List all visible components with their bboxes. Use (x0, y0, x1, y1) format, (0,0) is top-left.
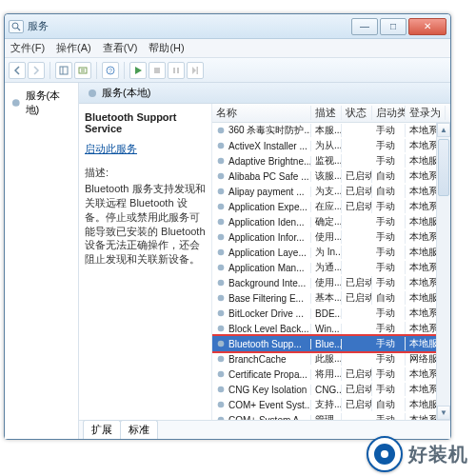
row-startup: 手动 (372, 413, 406, 420)
service-row[interactable]: Application Expe...在应...已启动手动本地系统 (212, 199, 436, 214)
row-name: 360 杀毒实时防护... (228, 124, 311, 137)
row-desc: 确定... (311, 215, 342, 228)
row-name: Bluetooth Supp... (228, 339, 302, 349)
svg-rect-10 (197, 67, 199, 74)
row-startup: 手动 (372, 307, 406, 320)
column-headers: 名称 描述 状态 启动类型 登录为 (212, 104, 450, 123)
stop-service-button[interactable] (149, 62, 166, 79)
row-logon: 本地系统 (406, 413, 436, 420)
export-button[interactable] (74, 62, 91, 79)
service-row[interactable]: Application Infor...使用...手动本地系统 (212, 229, 436, 245)
restart-service-button[interactable] (187, 62, 204, 79)
service-row[interactable]: BranchCache此服...手动网络服务 (212, 351, 436, 367)
description-text: Bluetooth 服务支持发现和关联远程 Bluetooth 设备。停止或禁用… (85, 182, 206, 267)
row-startup: 手动 (372, 154, 406, 168)
column-startup[interactable]: 启动类型 (372, 106, 406, 120)
service-row[interactable]: BitLocker Drive ...BDE...手动本地系统 (212, 306, 436, 321)
row-status: 已启动 (342, 185, 372, 198)
service-row[interactable]: COM+ System A...管理...手动本地系统 (212, 412, 436, 420)
service-row[interactable]: Application Laye...为 In...手动本地服务 (212, 245, 436, 260)
service-row[interactable]: Application Man...为通...手动本地系统 (212, 260, 436, 275)
service-row[interactable]: Alibaba PC Safe ...该服...已启动自动本地系统 (212, 169, 436, 184)
svg-point-30 (220, 236, 223, 239)
service-row[interactable]: 360 杀毒实时防护...本服...手动本地系统 (212, 123, 436, 138)
row-logon: 本地系统 (406, 322, 436, 335)
row-desc: 为 In... (311, 246, 342, 259)
services-rows: 360 杀毒实时防护...本服...手动本地系统ActiveX Installe… (212, 123, 436, 420)
gear-icon (216, 324, 226, 333)
menu-file[interactable]: 文件(F) (10, 41, 45, 55)
help-button[interactable]: ? (102, 62, 119, 79)
search-icon[interactable] (9, 20, 24, 33)
back-button[interactable] (9, 62, 26, 79)
menu-help[interactable]: 帮助(H) (149, 41, 184, 55)
row-status: 已启动 (342, 169, 372, 183)
row-logon: 本地系统 (406, 307, 436, 320)
svg-point-32 (220, 251, 223, 254)
scroll-up-button[interactable]: ▲ (437, 123, 450, 137)
svg-point-26 (220, 206, 223, 208)
column-status[interactable]: 状态 (342, 106, 372, 120)
services-list-pane: 名称 描述 状态 启动类型 登录为 360 杀毒实时防护...本服...手动本地… (212, 104, 450, 420)
menu-action[interactable]: 操作(A) (56, 41, 91, 55)
gear-icon (216, 263, 226, 272)
service-row[interactable]: Certificate Propa...将用...已启动手动本地系统 (212, 367, 436, 382)
gear-icon (216, 278, 226, 288)
gear-icon (216, 187, 226, 196)
service-row[interactable]: Application Iden...确定...手动本地服务 (212, 214, 436, 229)
row-startup: 手动 (372, 337, 406, 350)
service-row[interactable]: Block Level Back...Win...手动本地系统 (212, 321, 436, 336)
tree-pane: 服务(本地) (5, 83, 79, 439)
start-service-link[interactable]: 启动此服务 (85, 142, 137, 156)
tab-extended[interactable]: 扩展 (83, 420, 121, 439)
svg-point-12 (14, 102, 17, 105)
row-logon: 本地服务 (406, 337, 436, 350)
service-row[interactable]: Base Filtering E...基本...已启动自动本地服务 (212, 290, 436, 306)
row-status: 已启动 (342, 383, 372, 396)
service-row[interactable]: CNG Key IsolationCNG...已启动手动本地系统 (212, 382, 436, 397)
description-pane: Bluetooth Support Service 启动此服务 描述: Blue… (79, 104, 212, 420)
minimize-button[interactable]: — (351, 18, 378, 35)
show-hide-tree-button[interactable] (55, 62, 72, 79)
service-row[interactable]: ActiveX Installer ...为从...手动本地系统 (212, 138, 436, 153)
forward-button[interactable] (28, 62, 45, 79)
service-row[interactable]: COM+ Event Syst...支持...已启动自动本地服务 (212, 397, 436, 412)
scroll-track[interactable] (437, 137, 450, 406)
row-name: Background Inte... (228, 278, 306, 288)
row-desc: 本服... (311, 124, 342, 137)
scroll-thumb[interactable] (438, 139, 449, 196)
row-startup: 手动 (372, 230, 406, 244)
column-desc[interactable]: 描述 (311, 106, 342, 120)
row-name: COM+ Event Syst... (228, 400, 311, 410)
menu-view[interactable]: 查看(V) (103, 41, 138, 55)
gear-icon (216, 171, 226, 181)
gear-icon (216, 248, 226, 257)
service-row[interactable]: Bluetooth Supp...Blue...手动本地服务 (212, 336, 436, 351)
row-startup: 自动 (372, 291, 406, 305)
titlebar[interactable]: 服务 — □ ✕ (5, 14, 450, 39)
tree-root-item[interactable]: 服务(本地) (9, 87, 74, 119)
row-desc: 该服... (311, 169, 342, 183)
row-name: Certificate Propa... (228, 369, 307, 380)
row-name: CNG Key Isolation (228, 385, 307, 395)
tab-standard[interactable]: 标准 (120, 420, 158, 439)
row-logon: 本地服务 (406, 215, 436, 228)
close-button[interactable]: ✕ (408, 18, 446, 35)
gear-icon (216, 156, 226, 166)
scroll-down-button[interactable]: ▼ (437, 406, 450, 420)
svg-point-40 (220, 312, 223, 315)
column-name[interactable]: 名称 (212, 106, 311, 120)
row-desc: BDE... (311, 308, 342, 319)
svg-point-46 (220, 358, 223, 361)
column-logon[interactable]: 登录为 (406, 106, 446, 120)
start-service-button[interactable] (129, 62, 147, 79)
service-row[interactable]: Alipay payment ...为支...已启动自动本地系统 (212, 184, 436, 199)
service-row[interactable]: Adaptive Brightne...监视...手动本地服务 (212, 153, 436, 169)
maximize-button[interactable]: □ (380, 18, 407, 35)
pause-service-button[interactable] (168, 62, 185, 79)
svg-point-38 (220, 297, 223, 300)
toolbar: ? (5, 58, 450, 83)
service-row[interactable]: Background Inte...使用...已启动手动本地系统 (212, 275, 436, 290)
vertical-scrollbar[interactable]: ▲ ▼ (436, 123, 450, 420)
row-startup: 手动 (372, 261, 406, 274)
